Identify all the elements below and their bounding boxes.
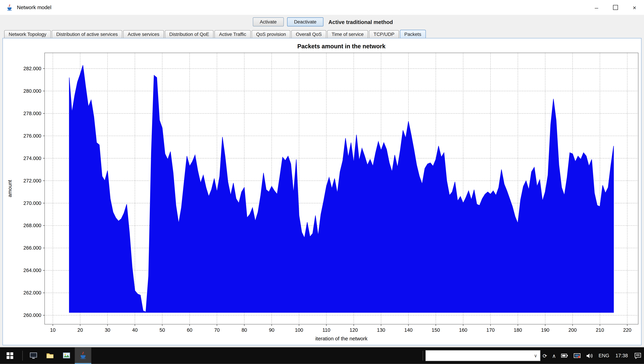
screen: Network model – × Activate Deactivate Ac… bbox=[0, 0, 644, 364]
x-tick-label: 80 bbox=[242, 327, 247, 333]
x-tick-label: 170 bbox=[486, 327, 495, 333]
tab-active-traffic[interactable]: Active Traffic bbox=[214, 30, 251, 38]
status-label: Active traditional method bbox=[328, 19, 393, 25]
y-tick-label: 260.000 bbox=[24, 312, 42, 318]
x-tick-label: 200 bbox=[568, 327, 577, 333]
window-title: Network model bbox=[17, 4, 52, 10]
y-axis-label: amount bbox=[7, 180, 12, 197]
sync-icon[interactable]: ⟳ bbox=[540, 348, 550, 364]
tab-packets[interactable]: Packets bbox=[400, 30, 426, 38]
x-tick-label: 220 bbox=[623, 327, 632, 333]
tab-bar: Network Topology Distribution of active … bbox=[0, 30, 644, 38]
x-tick-label: 120 bbox=[350, 327, 358, 333]
tab-overall-qos[interactable]: Overall QoS bbox=[291, 30, 326, 38]
search-input[interactable] bbox=[426, 351, 532, 360]
folder-icon bbox=[46, 351, 54, 360]
java-app-icon bbox=[6, 4, 13, 11]
x-tick-label: 70 bbox=[214, 327, 220, 333]
tab-active-services[interactable]: Active services bbox=[123, 30, 164, 38]
y-tick-label: 274.000 bbox=[24, 156, 42, 161]
x-tick-label: 40 bbox=[132, 327, 138, 333]
x-tick-label: 160 bbox=[459, 327, 467, 333]
x-tick-label: 210 bbox=[596, 327, 604, 333]
y-tick-label: 262.000 bbox=[24, 290, 42, 296]
x-tick-label: 30 bbox=[105, 327, 110, 333]
start-button[interactable] bbox=[0, 348, 20, 364]
taskbar-item-file-explorer[interactable] bbox=[42, 348, 58, 364]
app-window: Network model – × Activate Deactivate Ac… bbox=[0, 0, 644, 348]
x-tick-label: 190 bbox=[541, 327, 550, 333]
x-axis-label: iteration of the network bbox=[315, 336, 368, 342]
language-indicator[interactable]: ENG bbox=[596, 348, 612, 364]
y-tick-label: 264.000 bbox=[24, 268, 42, 273]
clock[interactable]: 17:38 bbox=[612, 348, 632, 364]
y-tick-label: 266.000 bbox=[24, 245, 42, 250]
chart-title: Packets amount in the network bbox=[298, 43, 386, 50]
taskbar-item-photos[interactable] bbox=[58, 348, 75, 364]
search-dropdown-chevron-icon[interactable]: ∨ bbox=[532, 353, 540, 358]
tab-network-topology[interactable]: Network Topology bbox=[4, 30, 51, 38]
hidden-icons-chevron-icon[interactable]: ∧ bbox=[550, 348, 558, 364]
y-tick-label: 282.000 bbox=[24, 66, 42, 71]
taskbar: ∨ ⟳ ∧ bbox=[0, 348, 644, 364]
taskbar-search-box[interactable]: ∨ bbox=[425, 350, 540, 361]
deactivate-button[interactable]: Deactivate bbox=[287, 18, 324, 26]
x-tick-label: 90 bbox=[269, 327, 274, 333]
x-tick-label: 130 bbox=[377, 327, 385, 333]
x-tick-label: 140 bbox=[404, 327, 412, 333]
minimize-button[interactable]: – bbox=[587, 0, 606, 15]
java-taskbar-icon bbox=[78, 351, 88, 360]
activate-button[interactable]: Activate bbox=[253, 18, 284, 26]
y-tick-label: 280.000 bbox=[24, 88, 42, 94]
action-center-icon[interactable] bbox=[632, 348, 644, 364]
x-tick-label: 50 bbox=[160, 327, 165, 333]
x-tick-label: 110 bbox=[322, 327, 330, 333]
tab-qos-provision[interactable]: QoS provision bbox=[252, 30, 290, 38]
terminal-icon bbox=[29, 351, 38, 360]
x-tick-label: 20 bbox=[78, 327, 83, 333]
chart-panel: 1020304050607080901001101201301401501601… bbox=[2, 38, 642, 345]
taskbar-right-cluster: ∨ ⟳ ∧ bbox=[420, 348, 644, 364]
tab-time-of-service[interactable]: Time of service bbox=[327, 30, 368, 38]
title-bar: Network model – × bbox=[0, 0, 644, 15]
x-tick-label: 150 bbox=[432, 327, 440, 333]
photos-icon bbox=[62, 351, 71, 360]
packets-area-chart: 1020304050607080901001101201301401501601… bbox=[3, 40, 640, 345]
windows-logo-icon bbox=[7, 352, 13, 359]
y-tick-label: 276.000 bbox=[24, 133, 42, 138]
taskbar-grip bbox=[422, 351, 423, 360]
y-tick-label: 272.000 bbox=[24, 178, 42, 184]
x-tick-label: 180 bbox=[514, 327, 522, 333]
window-controls: – × bbox=[587, 0, 644, 15]
taskbar-item-terminal[interactable] bbox=[25, 348, 42, 364]
x-tick-label: 100 bbox=[295, 327, 303, 333]
display-status-icon[interactable] bbox=[571, 348, 583, 364]
tab-distribution-of-active-services[interactable]: Distribution of active services bbox=[52, 30, 122, 38]
y-tick-label: 270.000 bbox=[24, 200, 42, 206]
taskbar-item-network-model-app[interactable] bbox=[75, 348, 91, 364]
y-tick-label: 268.000 bbox=[24, 223, 42, 228]
y-tick-label: 278.000 bbox=[24, 111, 42, 116]
tab-tcp-udp[interactable]: TCP/UDP bbox=[369, 30, 399, 38]
toolbar: Activate Deactivate Active traditional m… bbox=[0, 15, 644, 29]
tab-distribution-of-qoe[interactable]: Distribution of QoE bbox=[165, 30, 214, 38]
x-tick-label: 60 bbox=[187, 327, 192, 333]
x-tick-label: 10 bbox=[50, 327, 56, 333]
maximize-button[interactable] bbox=[606, 0, 625, 15]
battery-icon[interactable] bbox=[558, 348, 571, 364]
close-button[interactable]: × bbox=[625, 0, 644, 15]
maximize-icon bbox=[613, 5, 618, 10]
taskbar-grip bbox=[22, 351, 22, 360]
speaker-icon[interactable] bbox=[583, 348, 596, 364]
